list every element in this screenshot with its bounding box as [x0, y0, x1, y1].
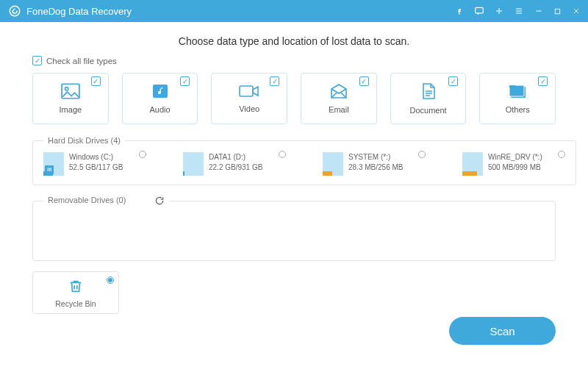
type-video-checkbox[interactable]: ✓	[270, 76, 279, 86]
drive-radio[interactable]	[558, 151, 565, 158]
file-type-grid: ✓ Image ✓ Audio ✓ Video ✓ Email ✓ Docume…	[32, 73, 556, 124]
audio-icon	[151, 83, 169, 102]
close-icon[interactable]	[572, 6, 581, 16]
type-others[interactable]: ✓ Others	[479, 73, 556, 124]
recycle-bin-radio[interactable]	[107, 276, 114, 284]
drive-icon	[183, 152, 204, 176]
type-email-checkbox[interactable]: ✓	[359, 76, 369, 86]
feedback-icon[interactable]	[474, 6, 484, 16]
hard-disk-group: Hard Disk Drives (4) ⊞Windows (C:)52.5 G…	[32, 136, 576, 185]
drive-name: Windows (C:)	[69, 152, 123, 162]
type-document-checkbox[interactable]: ✓	[448, 76, 458, 86]
type-image-checkbox[interactable]: ✓	[91, 76, 101, 86]
document-icon	[420, 82, 437, 103]
drive-info: WinRE_DRV (*:)500 MB/999 MB	[488, 152, 542, 173]
type-label: Email	[329, 105, 349, 114]
others-icon	[508, 83, 527, 102]
scan-button[interactable]: Scan	[449, 317, 556, 345]
type-video[interactable]: ✓ Video	[211, 73, 287, 124]
drive-icon: ⊞	[43, 152, 64, 176]
recycle-bin-label: Recycle Bin	[55, 299, 96, 308]
plus-icon[interactable]	[495, 6, 503, 16]
drive-info: DATA1 (D:)22.2 GB/931 GB	[209, 152, 262, 173]
hard-disk-legend: Hard Disk Drives (4)	[43, 136, 125, 145]
check-all-checkbox[interactable]: ✓	[32, 56, 42, 65]
svg-rect-1	[476, 7, 484, 13]
svg-rect-9	[509, 85, 515, 87]
type-audio[interactable]: ✓ Audio	[122, 73, 198, 124]
removable-body	[43, 213, 545, 251]
trash-icon	[68, 278, 84, 297]
image-icon	[61, 83, 80, 102]
drive-item[interactable]: DATA1 (D:)22.2 GB/931 GB	[183, 152, 286, 176]
title-bar: FoneDog Data Recovery	[0, 0, 588, 22]
drive-info: SYSTEM (*:)28.3 MB/256 MB	[348, 152, 403, 173]
drive-name: SYSTEM (*:)	[348, 152, 403, 162]
type-others-checkbox[interactable]: ✓	[538, 76, 548, 86]
removable-legend: Removable Drives (0)	[48, 196, 126, 204]
type-label: Audio	[149, 105, 170, 114]
drive-name: DATA1 (D:)	[209, 152, 262, 162]
drive-icon	[462, 152, 483, 176]
type-image[interactable]: ✓ Image	[32, 73, 109, 124]
drive-info: Windows (C:)52.5 GB/117 GB	[69, 152, 123, 173]
drive-size: 52.5 GB/117 GB	[69, 162, 123, 173]
type-document[interactable]: ✓ Document	[390, 73, 467, 124]
app-title: FoneDog Data Recovery	[26, 6, 455, 17]
maximize-icon[interactable]	[553, 6, 562, 16]
drive-icon	[323, 152, 343, 176]
drive-size: 28.3 MB/256 MB	[348, 162, 403, 173]
page-heading: Choose data type and location of lost da…	[32, 35, 556, 47]
drive-size: 22.2 GB/931 GB	[209, 162, 262, 173]
svg-rect-6	[240, 86, 253, 96]
video-icon	[239, 84, 259, 101]
type-label: Others	[506, 105, 530, 114]
app-logo-icon	[7, 4, 22, 18]
type-audio-checkbox[interactable]: ✓	[180, 76, 190, 86]
svg-point-0	[10, 6, 20, 16]
svg-rect-2	[555, 9, 559, 13]
svg-point-4	[65, 87, 68, 90]
facebook-icon[interactable]	[455, 6, 464, 16]
type-label: Image	[60, 105, 82, 114]
drive-item[interactable]: SYSTEM (*:)28.3 MB/256 MB	[323, 152, 426, 176]
drive-name: WinRE_DRV (*:)	[488, 152, 542, 162]
minimize-icon[interactable]	[534, 6, 543, 16]
check-all-label: Check all file types	[46, 57, 117, 65]
check-all-row[interactable]: ✓ Check all file types	[32, 56, 556, 65]
removable-group: Removable Drives (0)	[32, 196, 556, 261]
drive-radio[interactable]	[279, 151, 286, 158]
drive-radio[interactable]	[139, 151, 146, 158]
drive-size: 500 MB/999 MB	[488, 162, 542, 173]
recycle-bin-card[interactable]: Recycle Bin	[32, 271, 119, 314]
drive-item[interactable]: WinRE_DRV (*:)500 MB/999 MB	[462, 152, 565, 176]
svg-rect-3	[62, 84, 79, 99]
type-email[interactable]: ✓ Email	[301, 73, 377, 124]
type-label: Document	[409, 106, 446, 115]
type-label: Video	[239, 104, 259, 113]
refresh-icon[interactable]	[154, 196, 165, 206]
drive-radio[interactable]	[418, 151, 426, 158]
menu-icon[interactable]	[514, 6, 524, 16]
drive-item[interactable]: ⊞Windows (C:)52.5 GB/117 GB	[43, 152, 146, 176]
email-icon	[329, 83, 348, 102]
